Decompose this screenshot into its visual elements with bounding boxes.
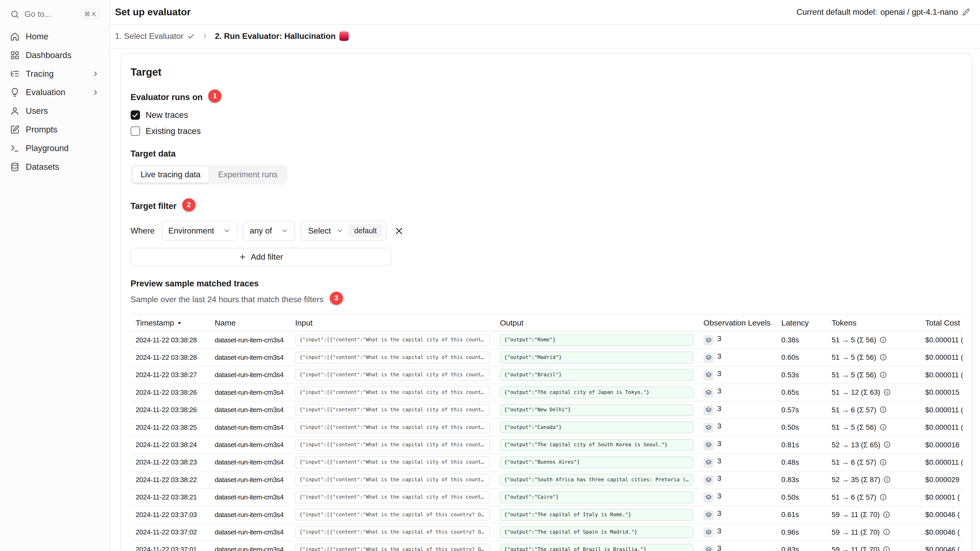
new-traces-checkbox[interactable] [130, 110, 140, 120]
step-select-evaluator[interactable]: 1. Select Evaluator [115, 31, 195, 41]
timestamp-cell: 2024-11-22 03:37:02 [130, 524, 210, 541]
option-existing-traces[interactable]: Existing traces [130, 126, 963, 136]
latency-cell: 0.96s [776, 524, 827, 541]
remove-filter-button[interactable] [392, 224, 406, 238]
input-cell: {"input":[{"content":"What is the capita… [295, 351, 490, 364]
tokens-value: 52 → 13 (Σ 65) [832, 441, 880, 449]
filter-operator-select[interactable]: any of [243, 221, 295, 241]
info-icon [883, 528, 890, 536]
name-cell: dataset-run-item-cm3s4 [210, 331, 290, 349]
latency-cell: 0.81s [776, 436, 827, 454]
chevron-down-icon [223, 227, 231, 235]
annotation-badge-2: 2 [182, 198, 196, 211]
table-row[interactable]: 2024-11-22 03:38:27 dataset-run-item-cm3… [130, 366, 963, 384]
tab-live-tracing-data[interactable]: Live tracing data [132, 167, 209, 183]
name-cell: dataset-run-item-cm3s4 [210, 436, 290, 454]
annotation-badge-3: 3 [330, 292, 343, 305]
table-row[interactable]: 2024-11-22 03:38:26 dataset-run-item-cm3… [130, 384, 963, 401]
target-data-label: Target data [130, 149, 963, 159]
option-new-traces[interactable]: New traces [130, 110, 963, 120]
observation-levels-icon [703, 423, 713, 433]
timestamp-cell: 2024-11-22 03:38:22 [130, 471, 210, 489]
table-row[interactable]: 2024-11-22 03:38:28 dataset-run-item-cm3… [130, 331, 963, 349]
tab-experiment-runs[interactable]: Experiment runs [210, 167, 286, 183]
observation-levels-value: 3 [718, 509, 722, 517]
observation-levels-icon [703, 528, 713, 538]
latency-cell: 0.38s [776, 331, 827, 349]
chevron-right-icon [92, 70, 99, 78]
table-row[interactable]: 2024-11-22 03:37:02 dataset-run-item-cm3… [130, 524, 963, 541]
tokens-value: 51 → 6 (Σ 57) [832, 493, 876, 501]
info-icon [880, 494, 887, 501]
tokens-value: 51 → 5 (Σ 56) [832, 371, 876, 379]
input-cell: {"input":[{"content":"What is the capita… [295, 509, 490, 521]
existing-traces-checkbox[interactable] [130, 127, 140, 136]
goto-search-button[interactable]: Go to... ⌘ K [5, 6, 104, 22]
default-model-info: Current default model: openai / gpt-4.1-… [797, 7, 971, 17]
filter-column-select[interactable]: Environment [162, 221, 237, 241]
total-cost-cell: $0.000011 ( [920, 454, 963, 471]
info-icon [880, 406, 887, 413]
table-row[interactable]: 2024-11-22 03:38:24 dataset-run-item-cm3… [130, 436, 963, 454]
table-row[interactable]: 2024-11-22 03:38:25 dataset-run-item-cm3… [130, 419, 963, 436]
latency-cell: 0.48s [776, 454, 827, 471]
output-cell: {"output":"The capital of Spain is Madri… [500, 526, 693, 538]
col-output: Output [495, 314, 698, 331]
observation-levels-icon [703, 493, 713, 503]
name-cell: dataset-run-item-cm3s4 [210, 524, 290, 541]
observation-levels-icon [703, 370, 713, 381]
edit-model-button[interactable] [961, 7, 971, 17]
sidebar-item-evaluation[interactable]: Evaluation [5, 83, 104, 102]
trace-table-body: 2024-11-22 03:38:28 dataset-run-item-cm3… [130, 331, 963, 551]
sidebar-item-datasets[interactable]: Datasets [5, 157, 104, 176]
observation-levels-icon [703, 510, 713, 520]
col-observation-levels: Observation Levels [698, 314, 776, 331]
table-row[interactable]: 2024-11-22 03:38:21 dataset-run-item-cm3… [130, 489, 963, 506]
topbar: Set up evaluator Current default model: … [110, 0, 980, 25]
input-cell: {"input":[{"content":"What is the capita… [295, 404, 490, 416]
step1-label: 1. Select Evaluator [115, 31, 183, 41]
timestamp-cell: 2024-11-22 03:37:01 [130, 541, 210, 551]
latency-cell: 0.57s [776, 401, 827, 419]
sidebar-item-label: Dashboards [25, 50, 71, 60]
sidebar-item-home[interactable]: Home [5, 27, 104, 46]
add-filter-button[interactable]: Add filter [130, 248, 391, 266]
table-row[interactable]: 2024-11-22 03:38:22 dataset-run-item-cm3… [130, 471, 963, 489]
timestamp-cell: 2024-11-22 03:38:28 [130, 331, 210, 349]
output-cell: {"output":"Rome"} [500, 334, 693, 346]
input-cell: {"input":[{"content":"What is the capita… [295, 474, 490, 486]
col-latency: Latency [776, 314, 827, 331]
sidebar-item-users[interactable]: Users [5, 102, 104, 120]
filter-value-badge: default [348, 224, 382, 238]
table-row[interactable]: 2024-11-22 03:37:01 dataset-run-item-cm3… [130, 541, 963, 551]
output-cell: {"output":"Buenos Aires"} [500, 456, 693, 468]
filter-value-select[interactable]: Select default [301, 221, 386, 241]
step2-label: 2. Run Evaluator: Hallucination [215, 31, 336, 41]
observation-levels-icon [703, 335, 713, 346]
info-icon [883, 389, 891, 396]
sidebar-item-prompts[interactable]: Prompts [5, 120, 104, 139]
output-cell: {"output":"Madrid"} [500, 351, 693, 364]
filter-where-label: Where [130, 226, 155, 236]
sidebar-item-playground[interactable]: Playground [5, 139, 104, 157]
observation-levels-value: 3 [718, 422, 722, 430]
name-cell: dataset-run-item-cm3s4 [210, 366, 290, 384]
table-row[interactable]: 2024-11-22 03:38:26 dataset-run-item-cm3… [130, 401, 963, 419]
sidebar-item-dashboards[interactable]: Dashboards [5, 46, 104, 65]
input-cell: {"input":[{"content":"What is the capita… [295, 369, 490, 381]
sidebar-item-tracing[interactable]: Tracing [5, 65, 104, 83]
sidebar-item-label: Datasets [25, 162, 59, 172]
col-timestamp[interactable]: Timestamp [130, 314, 210, 331]
tokens-value: 51 → 6 (Σ 57) [832, 406, 876, 414]
table-row[interactable]: 2024-11-22 03:38:23 dataset-run-item-cm3… [130, 454, 963, 471]
sort-desc-icon [177, 320, 182, 326]
option-label: New traces [146, 110, 188, 120]
info-icon [880, 459, 887, 466]
table-row[interactable]: 2024-11-22 03:37:03 dataset-run-item-cm3… [130, 506, 963, 523]
name-cell: dataset-run-item-cm3s4 [210, 541, 290, 551]
content: Target Evaluator runs on 1 New traces Ex… [110, 48, 980, 551]
tokens-value: 51 → 5 (Σ 56) [832, 336, 876, 344]
col-total-cost: Total Cost [920, 314, 963, 331]
col-name: Name [210, 314, 290, 331]
table-row[interactable]: 2024-11-22 03:38:28 dataset-run-item-cm3… [130, 349, 963, 366]
